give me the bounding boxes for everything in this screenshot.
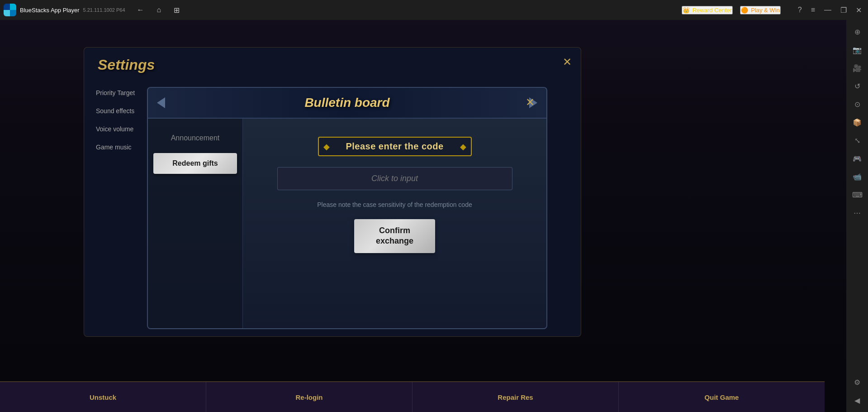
close-button[interactable]: ✕ — [853, 4, 864, 16]
sidebar-icon-expand[interactable]: ⊕ — [849, 24, 865, 40]
sidebar-icon-refresh[interactable]: ↺ — [849, 78, 865, 94]
nav-tab-button[interactable]: ⊞ — [171, 4, 182, 16]
titlebar-left: BlueStacks App Player 5.21.111.1002 P64 — [4, 4, 125, 16]
titlebar: BlueStacks App Player 5.21.111.1002 P64 … — [0, 0, 868, 20]
code-badge-text: Please enter the code — [346, 141, 443, 152]
modal-title: Bulletin board — [171, 96, 524, 110]
header-decoration-left — [157, 97, 165, 108]
modal-header: Bulletin board ✕ — [148, 88, 546, 119]
modal-close-button[interactable]: ✕ — [521, 93, 539, 111]
sidebar-icon-camera[interactable]: 🎥 — [849, 60, 865, 76]
help-button[interactable]: ? — [795, 4, 805, 16]
titlebar-right: 👑 Reward Center 🟠 Play & Win ? ≡ — ❐ ✕ — [682, 4, 864, 16]
sidebar-icon-focus[interactable]: ⊙ — [849, 96, 865, 112]
modal-tabs: Announcement Redeem gifts — [148, 119, 243, 328]
nav-home-button[interactable]: ⌂ — [154, 4, 164, 16]
bottom-bar: Unstuck Re-login Repair Res Quit Game — [0, 381, 825, 412]
app-name: BlueStacks App Player — [20, 7, 80, 14]
maximize-button[interactable]: ❐ — [838, 4, 849, 16]
menu-button[interactable]: ≡ — [808, 4, 818, 16]
sidebar-icon-resize[interactable]: ⤡ — [849, 132, 865, 149]
unstuck-button[interactable]: Unstuck — [0, 382, 206, 412]
titlebar-nav: ← ⌂ ⊞ — [134, 4, 183, 16]
coin-icon: 🟠 — [741, 7, 748, 14]
code-input-wrapper — [277, 167, 512, 190]
play-win-label: Play & Win — [751, 7, 780, 14]
sidebar-icon-gamepad[interactable]: 🎮 — [849, 150, 865, 167]
sidebar-icon-macro[interactable]: ⌨ — [849, 187, 865, 203]
modal-body: Announcement Redeem gifts Please enter t… — [148, 119, 546, 328]
code-input-field[interactable] — [277, 167, 512, 190]
sidebar-settings-icon[interactable]: ⚙ — [849, 374, 865, 390]
settings-title: Settings — [84, 48, 581, 82]
minimize-button[interactable]: — — [821, 4, 834, 16]
play-win-button[interactable]: 🟠 Play & Win — [740, 6, 781, 14]
crown-icon: 👑 — [683, 7, 690, 14]
modal-content: Please enter the code Please note the ca… — [243, 119, 546, 328]
tab-announcement[interactable]: Announcement — [153, 128, 237, 149]
right-sidebar: ⊕ 📷 🎥 ↺ ⊙ 📦 ⤡ 🎮 📹 ⌨ ⋯ ⚙ ◀ — [846, 20, 868, 412]
reward-center-button[interactable]: 👑 Reward Center — [682, 6, 733, 14]
sidebar-icon-apk[interactable]: 📦 — [849, 114, 865, 130]
note-text: Please note the case sensitivity of the … — [317, 201, 472, 208]
confirm-button-label: Confirmexchange — [376, 226, 413, 245]
sidebar-icon-more[interactable]: ⋯ — [849, 205, 865, 221]
titlebar-controls: ? ≡ — ❐ ✕ — [795, 4, 864, 16]
nav-back-button[interactable]: ← — [134, 4, 147, 16]
bulletin-modal: Bulletin board ✕ Announcement Redeem gif… — [147, 87, 547, 329]
reward-center-label: Reward Center — [693, 7, 732, 14]
repair-res-button[interactable]: Repair Res — [413, 382, 619, 412]
quit-game-button[interactable]: Quit Game — [619, 382, 825, 412]
sidebar-icon-arrow[interactable]: ◀ — [849, 392, 865, 408]
relogin-button[interactable]: Re-login — [206, 382, 413, 412]
confirm-exchange-button[interactable]: Confirmexchange — [354, 219, 435, 253]
settings-close-button[interactable]: ✕ — [563, 56, 572, 68]
sidebar-icon-media[interactable]: 📹 — [849, 168, 865, 185]
sidebar-icon-screenshot[interactable]: 📷 — [849, 42, 865, 58]
app-version: 5.21.111.1002 P64 — [83, 7, 125, 13]
code-badge: Please enter the code — [318, 137, 472, 156]
bluestacks-logo — [4, 4, 16, 16]
tab-redeem-gifts[interactable]: Redeem gifts — [153, 153, 237, 174]
game-area: Settings ✕ Priority Target Sound effects… — [0, 20, 846, 412]
